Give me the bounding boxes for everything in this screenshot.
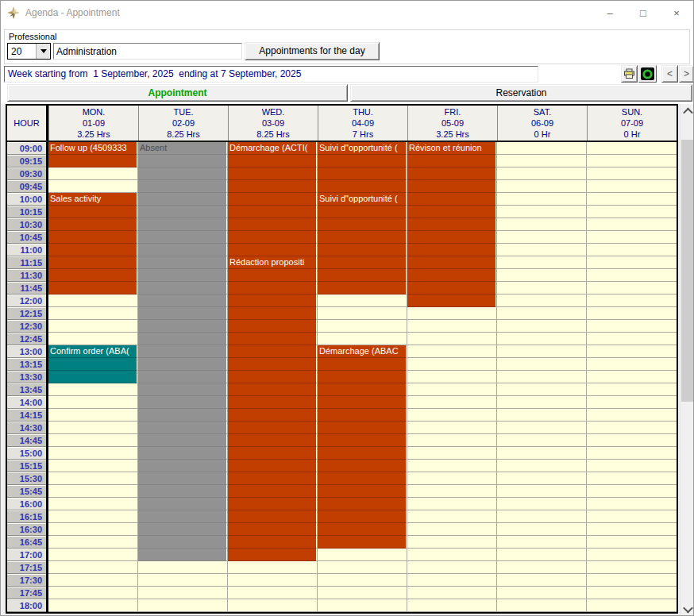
day-thu-hours: 7 Hrs [318,129,407,140]
professional-name-field[interactable] [53,43,242,60]
time-cell-1700[interactable]: 17:00 [7,549,46,561]
day-mon-date: 01-09 [49,117,138,129]
time-cell-1030[interactable]: 10:30 [7,218,46,231]
day-header-thu: THU.04-097 Hrs [318,106,407,141]
time-cell-0915[interactable]: 09:15 [7,155,46,167]
time-cell-1300[interactable]: 13:00 [7,345,46,358]
tab-appointment[interactable]: Appointment [7,84,348,102]
vertical-scrollbar[interactable] [680,104,694,616]
title-bar: Agenda - Appointment – □ × [1,1,693,25]
hour-column-header: HOUR [7,106,48,141]
time-cell-1230[interactable]: 12:30 [7,320,46,333]
window-controls: – □ × [593,1,693,25]
day-column-thu[interactable]: Suivi d"opportunité (Suivi d"opportunité… [318,142,407,612]
time-cell-1145[interactable]: 11:45 [7,282,46,295]
day-thu-name: THU. [318,106,407,117]
appointment-block[interactable]: Suivi d"opportunité ( [318,193,406,295]
time-cell-1400[interactable]: 14:00 [7,396,46,409]
scroll-down-button[interactable] [681,602,694,616]
minimize-button[interactable]: – [593,1,627,25]
time-cell-0945[interactable]: 09:45 [7,180,46,193]
time-cell-1600[interactable]: 16:00 [7,498,46,510]
day-mon-name: MON. [49,106,138,117]
day-header-sun: SUN.07-090 Hr [587,106,677,141]
time-cell-1000[interactable]: 10:00 [7,193,46,206]
tab-reservation[interactable]: Reservation [350,84,692,102]
appointment-block[interactable]: Absent [138,142,226,561]
day-header-mon: MON.01-093.25 Hrs [48,106,138,141]
day-column-sat[interactable] [497,142,587,612]
appointments-for-day-button[interactable]: Appointments for the day [245,42,380,60]
day-tue-hours: 8.25 Hrs [139,129,228,140]
time-cell-1730[interactable]: 17:30 [7,574,46,587]
time-cell-1445[interactable]: 14:45 [7,434,46,447]
time-cell-1330[interactable]: 13:30 [7,371,46,383]
time-cell-1515[interactable]: 15:15 [7,460,46,472]
chevron-right-icon: > [684,67,689,81]
time-cell-1215[interactable]: 12:15 [7,307,46,320]
day-wed-date: 03-09 [229,117,318,129]
appointment-block[interactable]: Rédaction propositi [228,256,316,561]
appointment-block[interactable]: Sales activity [48,193,137,295]
time-cell-1115[interactable]: 11:15 [7,256,46,269]
time-cell-1100[interactable]: 11:00 [7,244,46,256]
time-cell-1130[interactable]: 11:30 [7,269,46,282]
close-button[interactable]: × [660,1,693,25]
day-column-mon[interactable]: Follow up (4509333Sales activityConfirm … [48,142,138,612]
time-cell-0900[interactable]: 09:00 [7,142,46,155]
appointment-block[interactable]: Démarchage (ABAC [318,345,406,549]
day-sat-date: 06-09 [498,117,587,129]
chevron-left-icon: < [667,67,673,81]
time-cell-1315[interactable]: 13:15 [7,358,46,371]
day-column-fri[interactable]: Révison et réunion [407,142,497,612]
time-cell-1715[interactable]: 17:15 [7,561,46,574]
time-cell-1200[interactable]: 12:00 [7,295,46,307]
combo-dropdown-button[interactable] [36,44,50,59]
time-cell-1545[interactable]: 15:45 [7,485,46,498]
day-sat-name: SAT. [498,106,587,117]
time-cell-1645[interactable]: 16:45 [7,536,46,549]
hour-column: 09:0009:1509:3009:4510:0010:1510:3010:45… [7,142,48,612]
time-cell-1530[interactable]: 15:30 [7,472,46,485]
maximize-button[interactable]: □ [627,1,660,25]
previous-week-button[interactable]: < [661,65,678,83]
day-mon-hours: 3.25 Hrs [49,129,138,140]
time-cell-1045[interactable]: 10:45 [7,231,46,244]
day-sun-name: SUN. [588,106,677,117]
day-header-sat: SAT.06-090 Hr [497,106,587,141]
time-cell-1415[interactable]: 14:15 [7,409,46,422]
time-cell-1630[interactable]: 16:30 [7,523,46,536]
day-fri-name: FRI. [408,106,497,117]
next-week-button[interactable]: > [679,65,694,83]
green-ring-icon [641,67,654,80]
appointment-block[interactable]: Suivi d"opportunité ( [318,142,406,193]
time-cell-1745[interactable]: 17:45 [7,587,46,599]
window-title: Agenda - Appointment [25,7,120,18]
day-column-tue[interactable]: Absent [138,142,228,612]
scrollbar-thumb[interactable] [681,140,694,402]
scroll-up-button[interactable] [681,104,694,119]
day-column-sun[interactable] [587,142,677,612]
day-fri-date: 05-09 [408,117,497,129]
time-cell-1615[interactable]: 16:15 [7,510,46,523]
time-cell-1430[interactable]: 14:30 [7,422,46,434]
print-button[interactable] [621,65,638,83]
appointment-block[interactable]: Révison et réunion [407,142,495,307]
day-wed-hours: 8.25 Hrs [229,129,318,140]
time-cell-1245[interactable]: 12:45 [7,333,46,345]
day-sun-hours: 0 Hr [588,129,677,140]
appointment-block[interactable]: Confirm order (ABA( [48,345,137,383]
time-cell-1015[interactable]: 10:15 [7,206,46,218]
time-cell-1500[interactable]: 15:00 [7,447,46,460]
day-column-wed[interactable]: Démarchage (ACTI(Rédaction propositi [228,142,318,612]
professional-code-combo[interactable]: 20 [7,43,51,60]
chevron-down-icon [40,49,47,53]
appointment-block[interactable]: Follow up (4509333 [48,142,137,167]
time-cell-1345[interactable]: 13:45 [7,383,46,396]
refresh-button[interactable] [638,65,657,83]
grid-header-row: HOUR MON.01-093.25 HrsTUE.02-098.25 HrsW… [7,106,677,142]
time-cell-0930[interactable]: 09:30 [7,167,46,180]
appointment-block[interactable]: Démarchage (ACTI( [228,142,316,256]
time-cell-1800[interactable]: 18:00 [7,599,46,612]
day-header-fri: FRI.05-093.25 Hrs [407,106,497,141]
